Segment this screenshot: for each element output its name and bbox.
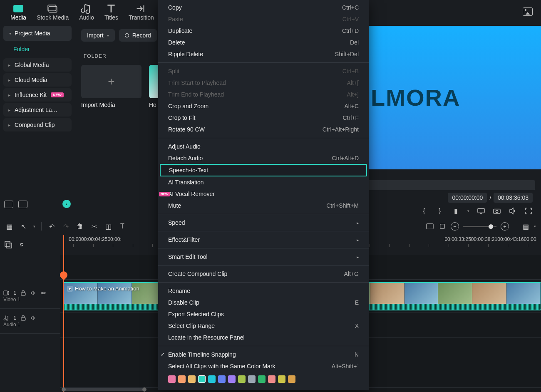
zoom-slider[interactable] (463, 226, 496, 227)
fullscreen-icon[interactable] (524, 207, 533, 215)
list-view-icon[interactable]: ▤ (521, 222, 530, 231)
context-menu: CopyCtrl+C PasteCtrl+V DuplicateCtrl+D D… (158, 0, 369, 390)
project-media-label: Project Media (15, 30, 50, 37)
menu-delete[interactable]: DeleteDel (158, 37, 369, 48)
chevron-right-icon: ▸ (357, 238, 359, 242)
mark-out-icon[interactable]: } (436, 207, 444, 215)
tab-stock-media-label: Stock Media (37, 14, 69, 21)
menu-timeline-snapping[interactable]: ✓Enable Timeline SnappingN (158, 349, 369, 360)
sidebar-item-global-media[interactable]: ▸Global Media (3, 58, 72, 72)
menu-trim-start: Trim Start to PlayheadAlt+[ (158, 77, 369, 89)
color-mark[interactable] (278, 375, 285, 383)
lock-icon[interactable] (20, 315, 26, 321)
lock-icon[interactable] (20, 290, 26, 296)
collapse-panel-button[interactable]: ‹ (62, 200, 71, 208)
menu-adjust-audio[interactable]: Adjust Audio (158, 141, 369, 152)
sidebar-item-influence-kit[interactable]: ▸Influence KitNEW (3, 88, 72, 102)
menu-rename[interactable]: Rename (158, 285, 369, 297)
cursor-tool-icon[interactable]: ↖ (19, 222, 27, 231)
menu-smart-edit[interactable]: Smart Edit Tool▸ (158, 251, 369, 263)
snapshot-icon[interactable] (493, 207, 501, 215)
playhead[interactable] (63, 235, 64, 392)
menu-export-selected[interactable]: Export Selected Clips (158, 308, 369, 320)
menu-ai-translation[interactable]: AI Translation (158, 176, 369, 188)
new-pill-icon: NEW (159, 192, 170, 196)
video-track-header[interactable]: 1 Video 1 (0, 284, 60, 309)
menu-crop-fit[interactable]: Crop to FitCtrl+F (158, 112, 369, 124)
redo-icon[interactable]: ↷ (62, 222, 70, 231)
color-mark[interactable] (188, 375, 196, 383)
zoom-out-button[interactable]: − (451, 222, 459, 231)
titles-icon (106, 5, 117, 12)
import-button[interactable]: Import ▾ (81, 29, 115, 42)
marker-icon[interactable]: ▮ (452, 207, 460, 215)
display-icon[interactable] (477, 207, 485, 215)
menu-speed[interactable]: Speed▸ (158, 217, 369, 228)
tab-transitions[interactable]: Transition (124, 3, 158, 23)
sidebar-item-cloud-media[interactable]: ▸Cloud Media (3, 73, 72, 87)
color-mark[interactable] (228, 375, 236, 383)
menu-effect-filter[interactable]: Effect&Filter▸ (158, 234, 369, 246)
audio-track-header[interactable]: 1 Audio 1 (0, 309, 60, 334)
mute-icon[interactable] (30, 315, 36, 321)
sidebar-item-compound-clip[interactable]: ▸Compound Clip (3, 118, 72, 131)
chevron-right-icon: ▸ (357, 255, 359, 259)
sidebar-item-adjustment-layer[interactable]: ▸Adjustment La… (3, 103, 72, 117)
chevron-right-icon: ▸ (357, 221, 359, 225)
color-mark[interactable] (268, 375, 275, 383)
image-view-icon[interactable] (523, 7, 533, 16)
undo-icon[interactable]: ↶ (47, 222, 56, 231)
fit-width-icon[interactable] (438, 222, 447, 231)
menu-mute[interactable]: MuteCtrl+Shift+M (158, 200, 369, 211)
horizontal-scrollbar[interactable] (62, 388, 146, 391)
menu-select-all-color[interactable]: Select All Clips with the Same Color Mar… (158, 360, 369, 372)
color-mark[interactable] (218, 375, 226, 383)
color-mark[interactable] (178, 375, 186, 383)
stock-media-icon (47, 5, 58, 12)
new-folder-icon[interactable] (4, 201, 13, 208)
menu-duplicate[interactable]: DuplicateCtrl+D (158, 25, 369, 37)
project-media-dropdown[interactable]: ▾ Project Media (3, 26, 72, 41)
delete-icon[interactable]: 🗑 (76, 222, 84, 231)
zoom-in-button[interactable]: + (501, 222, 509, 231)
color-mark[interactable] (288, 375, 295, 383)
split-icon[interactable]: ✂ (90, 222, 98, 231)
menu-speech-to-text[interactable]: Speech-to-Text (160, 164, 367, 176)
color-mark[interactable] (258, 375, 266, 383)
import-media-tile[interactable]: + (81, 65, 141, 98)
menu-disable-clip[interactable]: Disable ClipE (158, 297, 369, 308)
volume-icon[interactable] (509, 207, 517, 215)
menu-copy[interactable]: CopyCtrl+C (158, 2, 369, 13)
record-button[interactable]: Record (119, 29, 157, 42)
tab-stock-media[interactable]: Stock Media (32, 3, 73, 23)
visibility-icon[interactable] (40, 290, 46, 296)
project-settings-icon[interactable] (18, 201, 27, 208)
overlay-icon[interactable] (4, 241, 12, 249)
crop-icon[interactable]: ◫ (104, 222, 112, 231)
link-icon[interactable] (17, 241, 26, 249)
menu-select-clip-range[interactable]: Select Clip RangeX (158, 320, 369, 332)
color-mark[interactable] (208, 375, 216, 383)
media-icon (13, 5, 24, 12)
color-mark[interactable] (238, 375, 246, 383)
menu-create-compound[interactable]: Create Compound ClipAlt+G (158, 268, 369, 280)
menu-ai-vocal-remover[interactable]: NEWAI Vocal Remover (158, 188, 369, 200)
color-mark[interactable] (198, 375, 206, 383)
menu-crop-zoom[interactable]: Crop and ZoomAlt+C (158, 100, 369, 112)
mark-in-icon[interactable]: { (420, 207, 428, 215)
text-tool-icon[interactable]: T (118, 222, 127, 231)
tab-audio[interactable]: Audio (75, 3, 98, 23)
grid-icon[interactable]: ▦ (5, 222, 13, 231)
menu-rotate-90[interactable]: Rotate 90 CWCtrl+Alt+Right (158, 124, 369, 135)
svg-rect-7 (440, 224, 445, 229)
color-mark[interactable] (168, 375, 176, 383)
menu-detach-audio[interactable]: Detach AudioCtrl+Alt+D (158, 152, 369, 164)
menu-ripple-delete[interactable]: Ripple DeleteShift+Del (158, 48, 369, 60)
tab-media[interactable]: Media (6, 3, 30, 23)
tab-titles[interactable]: Titles (100, 3, 122, 23)
color-mark[interactable] (248, 375, 256, 383)
preview-brand-text: ILMORA (364, 84, 461, 111)
fit-to-screen-icon[interactable] (426, 222, 434, 231)
mute-icon[interactable] (30, 290, 36, 296)
menu-locate-resource[interactable]: Locate in the Resource Panel (158, 332, 369, 343)
